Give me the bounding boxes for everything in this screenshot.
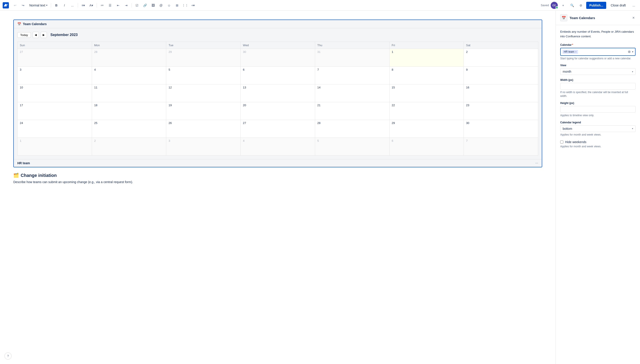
legend-select[interactable]: bottom ▾: [560, 125, 636, 132]
calendar-day-cell[interactable]: 31: [315, 49, 389, 67]
help-button[interactable]: ?: [4, 352, 12, 360]
columns-button[interactable]: ⋮⋮: [182, 2, 189, 9]
calendar-day-cell[interactable]: 26: [166, 120, 241, 138]
calendar-day-cell[interactable]: 28: [315, 120, 389, 138]
calendar-tag-input[interactable]: HR team × ⊗ ▾: [560, 48, 636, 56]
redo-button[interactable]: ↪: [20, 2, 27, 9]
calendar-day-cell[interactable]: 11: [92, 84, 166, 102]
calendar-day-cell[interactable]: 5: [315, 138, 389, 156]
day-number: 21: [317, 104, 320, 107]
calendar-day-cell[interactable]: 3: [166, 138, 241, 156]
calendar-day-cell[interactable]: 27: [18, 49, 92, 67]
bold-button[interactable]: B: [53, 2, 60, 9]
italic-button[interactable]: I: [61, 2, 68, 9]
calendar-field-hint: Start typing for calendar suggestions or…: [560, 57, 636, 60]
calendar-day-cell[interactable]: 2: [92, 138, 166, 156]
calendar-day-cell[interactable]: 30: [464, 120, 538, 138]
link-button[interactable]: 🔗: [142, 2, 149, 9]
calendar-day-cell[interactable]: 9: [464, 67, 538, 84]
calendar-day-cell[interactable]: 27: [241, 120, 315, 138]
search-button[interactable]: 🔍: [568, 2, 576, 9]
width-field-label: Width (px): [560, 78, 636, 82]
required-indicator: *: [572, 43, 573, 46]
undo-button[interactable]: ↩: [12, 2, 19, 9]
calendar-macro-icon: 📅: [17, 22, 21, 26]
calendar-day-cell[interactable]: 14: [315, 84, 389, 102]
mention-button[interactable]: @: [158, 2, 165, 9]
calendar-day-cell[interactable]: 12: [166, 84, 241, 102]
tag-clear-button[interactable]: ⊗: [628, 50, 631, 54]
calendar-day-cell[interactable]: 7: [315, 67, 389, 84]
tag-remove-button[interactable]: ×: [575, 50, 576, 53]
font-color-button[interactable]: A▾: [88, 2, 95, 9]
legend-field-group: Calendar legend bottom ▾ Applies for mon…: [560, 121, 636, 137]
outdent-button[interactable]: ⇤: [115, 2, 122, 9]
publish-button[interactable]: Publish...: [586, 2, 606, 9]
calendar-day-cell[interactable]: 7: [464, 138, 538, 156]
calendar-day-cell[interactable]: 10: [18, 84, 92, 102]
calendar-day-cell[interactable]: 29: [389, 120, 464, 138]
table-button[interactable]: ⊞: [174, 2, 181, 9]
text-style-dropdown[interactable]: Normal text ▾: [28, 2, 49, 9]
no-edit-button[interactable]: ⊘: [577, 2, 584, 9]
day-number: 30: [466, 121, 469, 125]
close-draft-button[interactable]: Close draft: [608, 2, 628, 9]
day-number: 1: [392, 50, 393, 54]
calendar-day-cell[interactable]: 1: [18, 138, 92, 156]
calendar-day-cell[interactable]: 4: [241, 138, 315, 156]
bullet-list-button[interactable]: ≔: [99, 2, 106, 9]
tag-dropdown-arrow[interactable]: ▾: [632, 50, 633, 53]
image-button[interactable]: 🖼: [150, 2, 157, 9]
calendar-macro: 📅 Team Calendars Today ◀ ▶ September 202…: [13, 20, 542, 167]
calendar-more-options[interactable]: ···: [535, 161, 538, 165]
calendar-day-cell[interactable]: 20: [241, 102, 315, 120]
calendar-day-cell[interactable]: 6: [241, 67, 315, 84]
height-input[interactable]: [560, 106, 636, 113]
calendar-day-cell[interactable]: 6: [389, 138, 464, 156]
view-select[interactable]: month ▾: [560, 68, 636, 75]
emoji-button[interactable]: ☺: [166, 2, 173, 9]
day-number: 4: [243, 139, 244, 142]
align-button[interactable]: ≡▾: [80, 2, 87, 9]
width-field-hint: If no width is specified, the calendar w…: [560, 90, 636, 98]
editor-area[interactable]: 📅 Team Calendars Today ◀ ▶ September 202…: [0, 11, 556, 364]
close-panel-button[interactable]: ×: [631, 15, 636, 21]
calendar-day-cell[interactable]: 1: [389, 49, 464, 67]
separator-2: [78, 3, 78, 8]
calendar-day-cell[interactable]: 8: [389, 67, 464, 84]
ordered-list-button[interactable]: ☰: [107, 2, 114, 9]
calendar-day-cell[interactable]: 18: [92, 102, 166, 120]
add-collaborator-button[interactable]: +: [560, 2, 567, 9]
insert-button[interactable]: +▾: [190, 2, 197, 9]
calendar-day-cell[interactable]: 23: [464, 102, 538, 120]
calendar-day-cell[interactable]: 21: [315, 102, 389, 120]
month-title: September 2023: [50, 33, 78, 37]
task-button[interactable]: ☑: [134, 2, 141, 9]
calendar-day-cell[interactable]: 22: [389, 102, 464, 120]
calendar-day-cell[interactable]: 4: [92, 67, 166, 84]
calendar-day-cell[interactable]: 13: [241, 84, 315, 102]
calendar-day-cell[interactable]: 16: [464, 84, 538, 102]
calendar-day-cell[interactable]: 25: [92, 120, 166, 138]
calendar-day-cell[interactable]: 2: [464, 49, 538, 67]
width-input[interactable]: [560, 83, 636, 90]
more-formatting-button[interactable]: ...: [69, 2, 76, 9]
next-month-button[interactable]: ▶: [41, 32, 47, 38]
today-button[interactable]: Today: [17, 32, 31, 38]
calendar-day-cell[interactable]: 3: [18, 67, 92, 84]
calendar-day-cell[interactable]: 5: [166, 67, 241, 84]
calendar-day-cell[interactable]: 29: [166, 49, 241, 67]
calendar-day-cell[interactable]: 15: [389, 84, 464, 102]
hide-weekends-checkbox[interactable]: [560, 140, 563, 144]
day-number: 9: [466, 68, 468, 71]
calendar-day-cell[interactable]: 17: [18, 102, 92, 120]
calendar-day-cell[interactable]: 30: [241, 49, 315, 67]
avatar-button[interactable]: CC: [551, 2, 558, 9]
calendar-day-cell[interactable]: 24: [18, 120, 92, 138]
prev-month-button[interactable]: ◀: [33, 32, 39, 38]
calendar-day-cell[interactable]: 19: [166, 102, 241, 120]
calendar-day-cell[interactable]: 28: [92, 49, 166, 67]
side-panel: 📅 Team Calendars × Embeds any number of …: [556, 11, 640, 364]
indent-button[interactable]: ⇥: [123, 2, 130, 9]
more-options-button[interactable]: ...: [630, 2, 637, 9]
